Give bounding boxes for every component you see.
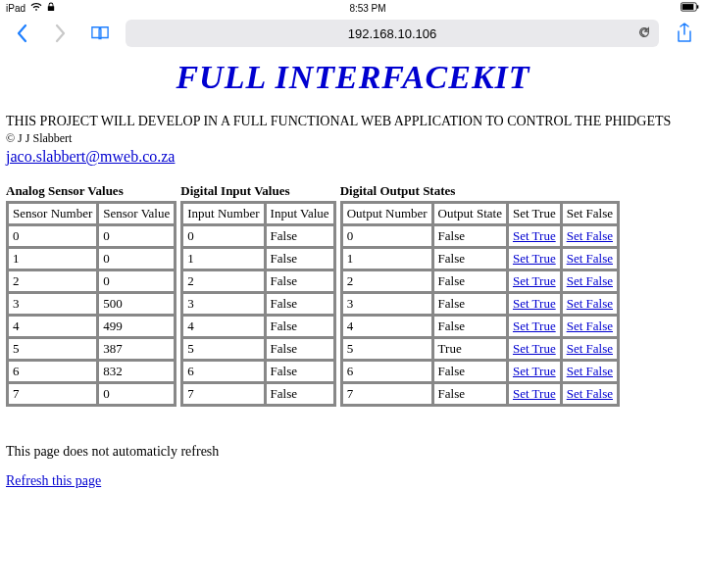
col-header: Input Value — [266, 203, 334, 224]
table-row: 4FalseSet TrueSet False — [342, 316, 618, 337]
table-row: 3500 — [8, 293, 175, 315]
address-bar[interactable]: 192.168.10.106 — [126, 20, 659, 47]
refresh-link[interactable]: Refresh this page — [6, 473, 101, 488]
output-number: 3 — [342, 293, 432, 315]
output-number: 1 — [342, 248, 432, 270]
sensor-value: 500 — [98, 293, 175, 315]
forward-button[interactable] — [47, 20, 75, 47]
set-false-cell: Set False — [562, 316, 618, 337]
bookmarks-button[interactable] — [86, 20, 114, 47]
col-header: Set False — [562, 203, 618, 224]
output-state: False — [433, 316, 507, 337]
set-false-cell: Set False — [562, 248, 618, 270]
table-row: 0False — [182, 225, 333, 247]
sensor-value: 499 — [98, 316, 175, 337]
set-true-cell: Set True — [508, 293, 561, 315]
output-number: 2 — [342, 270, 432, 292]
set-true-link[interactable]: Set True — [513, 386, 556, 401]
set-true-link[interactable]: Set True — [513, 296, 556, 311]
sensor-value: 0 — [98, 270, 175, 292]
table-row: 0FalseSet TrueSet False — [342, 225, 618, 247]
reload-icon[interactable] — [637, 25, 651, 42]
page-title: FULL INTERFACEKIT — [6, 59, 700, 96]
output-state: False — [433, 361, 507, 382]
set-false-link[interactable]: Set False — [567, 318, 613, 333]
set-false-link[interactable]: Set False — [567, 386, 613, 401]
table-row: 5False — [182, 338, 333, 360]
set-true-link[interactable]: Set True — [513, 318, 556, 333]
output-state: False — [433, 293, 507, 315]
set-true-cell: Set True — [508, 316, 561, 337]
output-state: False — [433, 225, 507, 247]
sensor-number: 1 — [8, 248, 97, 270]
sensor-number: 0 — [8, 225, 97, 247]
set-false-cell: Set False — [562, 270, 618, 292]
set-true-cell: Set True — [508, 383, 561, 405]
set-true-link[interactable]: Set True — [513, 364, 556, 378]
input-value: False — [266, 293, 334, 315]
table-row: 7FalseSet TrueSet False — [342, 383, 618, 405]
sensor-number: 2 — [8, 270, 97, 292]
set-false-link[interactable]: Set False — [567, 251, 613, 266]
output-number: 7 — [342, 383, 432, 405]
table-row: 4False — [182, 316, 333, 337]
digitalout-title: Digital Output States — [340, 183, 620, 199]
digitalin-table: Input NumberInput Value 0False1False2Fal… — [180, 201, 335, 407]
set-false-cell: Set False — [562, 383, 618, 405]
table-row: 5387 — [8, 338, 175, 360]
set-false-link[interactable]: Set False — [567, 296, 613, 311]
table-row: 2False — [182, 270, 333, 292]
sensor-number: 6 — [8, 361, 97, 382]
set-false-link[interactable]: Set False — [567, 341, 613, 356]
set-false-link[interactable]: Set False — [567, 228, 613, 243]
table-row: 5TrueSet TrueSet False — [342, 338, 618, 360]
input-value: False — [266, 248, 334, 270]
input-number: 1 — [182, 248, 264, 270]
table-row: 3False — [182, 293, 333, 315]
sensor-value: 0 — [98, 248, 175, 270]
set-true-link[interactable]: Set True — [513, 273, 556, 288]
input-value: False — [266, 270, 334, 292]
input-value: False — [266, 225, 334, 247]
set-true-link[interactable]: Set True — [513, 341, 556, 356]
set-false-link[interactable]: Set False — [567, 364, 613, 378]
output-state: False — [433, 248, 507, 270]
analog-block: Analog Sensor Values Sensor NumberSensor… — [6, 183, 176, 407]
sensor-number: 3 — [8, 293, 97, 315]
device-label: iPad — [6, 3, 25, 14]
table-row: 1False — [182, 248, 333, 270]
table-row: 00 — [8, 225, 175, 247]
set-true-cell: Set True — [508, 225, 561, 247]
input-value: False — [266, 383, 334, 405]
col-header: Set True — [508, 203, 561, 224]
sensor-value: 832 — [98, 361, 175, 382]
table-row: 70 — [8, 383, 175, 405]
wifi-icon — [29, 2, 43, 14]
output-number: 0 — [342, 225, 432, 247]
table-row: 4499 — [8, 316, 175, 337]
set-true-link[interactable]: Set True — [513, 228, 556, 243]
set-true-link[interactable]: Set True — [513, 251, 556, 266]
output-state: False — [433, 270, 507, 292]
input-number: 3 — [182, 293, 264, 315]
set-false-link[interactable]: Set False — [567, 273, 613, 288]
page-content: FULL INTERFACEKIT THIS PROJECT WILL DEVE… — [0, 51, 706, 499]
share-button[interactable] — [671, 20, 698, 47]
col-header: Output State — [433, 203, 507, 224]
table-row: 20 — [8, 270, 175, 292]
set-false-cell: Set False — [562, 293, 618, 315]
set-true-cell: Set True — [508, 338, 561, 360]
svg-rect-1 — [682, 4, 694, 10]
lock-icon — [47, 2, 55, 14]
email-link[interactable]: jaco.slabbert@mweb.co.za — [6, 148, 175, 165]
input-number: 7 — [182, 383, 264, 405]
output-number: 6 — [342, 361, 432, 382]
table-row: 3FalseSet TrueSet False — [342, 293, 618, 315]
back-button[interactable] — [8, 20, 35, 47]
set-false-cell: Set False — [562, 361, 618, 382]
col-header: Sensor Number — [8, 203, 97, 224]
digitalout-block: Digital Output States Output Number Outp… — [340, 183, 620, 407]
input-value: False — [266, 361, 334, 382]
set-true-cell: Set True — [508, 361, 561, 382]
sensor-value: 0 — [98, 225, 175, 247]
